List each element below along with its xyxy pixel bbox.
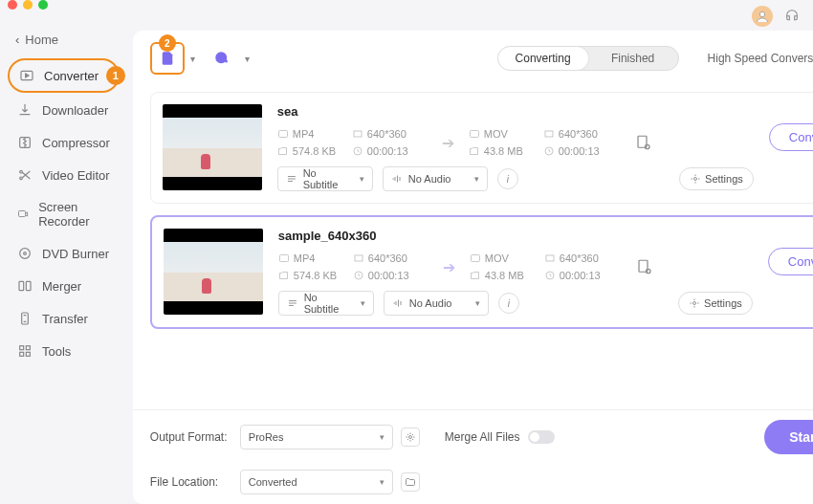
disc-icon [17,246,33,261]
convert-button[interactable]: Convert [768,248,813,275]
back-label: Home [25,33,58,47]
dst-resolution: 640*360 [543,128,620,140]
tab-finished[interactable]: Finished [588,47,678,70]
sidebar-item-tools[interactable]: Tools [8,336,120,366]
sidebar-badge-1: 1 [106,66,125,85]
merger-icon [17,278,33,294]
dst-duration: 00:00:13 [543,145,620,157]
src-duration: 00:00:13 [352,145,428,157]
svg-rect-19 [545,131,553,137]
screen-recorder-icon [17,207,29,222]
info-button[interactable]: i [497,168,518,189]
output-format-select[interactable]: ProRes ▾ [240,425,393,449]
audio-select[interactable]: No Audio▾ [384,291,489,316]
sidebar-item-video-editor[interactable]: Video Editor [8,160,120,190]
add-file-button[interactable]: 2 [150,42,185,75]
edit-output-button[interactable] [626,258,663,275]
add-url-icon [213,50,231,67]
add-url-dropdown[interactable]: ▾ [245,54,250,64]
start-all-button[interactable]: Start All [764,420,813,454]
svg-point-30 [646,269,650,274]
convert-button[interactable]: Convert [769,123,813,151]
item-settings-button[interactable]: Settings [679,167,754,190]
sidebar-item-label: Transfer [42,312,88,326]
chevron-down-icon: ▾ [380,432,385,442]
svg-point-0 [759,11,764,16]
svg-rect-13 [20,352,24,356]
sidebar-item-compressor[interactable]: Compressor [8,127,120,158]
sidebar-item-label: Converter [44,69,99,83]
back-home[interactable]: ‹ Home [8,29,120,51]
svg-rect-14 [26,352,30,356]
file-location-value: Converted [249,476,297,488]
tools-icon [17,343,33,359]
svg-rect-12 [26,346,30,350]
item-title: sea [277,104,754,119]
info-button[interactable]: i [498,293,519,314]
sidebar-item-converter[interactable]: Converter 1 [8,58,120,93]
audio-select[interactable]: No Audio▾ [383,166,488,191]
dst-size: 43.8 MB [469,145,538,157]
svg-rect-16 [278,131,287,138]
dst-format: MOV [470,252,538,264]
tab-converting[interactable]: Converting [498,47,588,70]
conversion-item[interactable]: sample_640x360 MP4 640*360 ➔ MOV 640*360… [150,215,813,329]
merge-toggle[interactable] [528,430,555,444]
svg-point-6 [20,249,31,259]
dst-duration: 00:00:13 [544,270,621,281]
svg-point-15 [216,53,227,63]
arrow-icon: ➔ [435,258,464,276]
svg-rect-25 [279,255,288,262]
merge-label: Merge All Files [445,430,520,444]
svg-rect-27 [471,255,479,262]
maximize-window-icon[interactable] [38,0,48,10]
download-icon [17,102,33,118]
user-avatar[interactable] [752,6,773,27]
sidebar: ‹ Home Converter 1 Downloader Compressor… [0,10,127,504]
sidebar-item-merger[interactable]: Merger [8,271,120,301]
item-settings-button[interactable]: Settings [678,292,753,315]
sidebar-item-label: Tools [42,344,71,359]
file-location-select[interactable]: Converted ▾ [240,470,393,494]
svg-rect-9 [26,281,31,290]
dst-format: MOV [469,128,538,140]
add-file-icon [159,50,176,67]
video-thumbnail[interactable] [164,229,263,315]
sidebar-item-label: DVD Burner [42,247,109,261]
svg-rect-11 [20,346,24,350]
video-thumbnail[interactable] [163,104,262,190]
sidebar-item-dvd-burner[interactable]: DVD Burner [8,238,120,269]
sidebar-item-label: Screen Recorder [38,200,110,229]
subtitle-select[interactable]: No Subtitle▾ [278,291,374,316]
src-size: 574.8 KB [277,145,346,157]
src-format: MP4 [277,128,346,140]
sidebar-item-screen-recorder[interactable]: Screen Recorder [8,192,120,236]
svg-point-21 [645,144,649,149]
chevron-down-icon: ▾ [380,477,385,487]
open-folder-button[interactable] [401,472,420,492]
support-icon[interactable] [784,8,800,26]
add-file-dropdown[interactable]: ▾ [190,54,195,64]
src-format: MP4 [278,252,347,264]
transfer-icon [17,311,33,326]
subtitle-select[interactable]: No Subtitle▾ [277,166,373,191]
toolbar-badge-2: 2 [159,34,176,52]
output-format-label: Output Format: [150,430,232,444]
add-url-button[interactable] [205,42,239,75]
svg-point-4 [20,177,23,180]
item-title: sample_640x360 [278,229,753,243]
conversion-item[interactable]: sea MP4 640*360 ➔ MOV 640*360 574.8 KB 0… [150,92,813,204]
edit-output-button[interactable] [626,134,662,151]
sidebar-nav: Converter 1 Downloader Compressor Video … [8,58,120,366]
sidebar-item-label: Video Editor [42,168,110,183]
sidebar-item-transfer[interactable]: Transfer [8,303,120,334]
compressor-icon [17,135,33,150]
svg-rect-5 [19,210,26,216]
sidebar-item-downloader[interactable]: Downloader [8,95,120,125]
conversion-list: sea MP4 640*360 ➔ MOV 640*360 574.8 KB 0… [133,86,813,409]
close-window-icon[interactable] [8,0,17,10]
footer: Output Format: ProRes ▾ Merge All Files … [133,409,813,504]
output-format-settings-button[interactable] [401,427,420,447]
minimize-window-icon[interactable] [23,0,33,10]
src-duration: 00:00:13 [353,270,429,281]
